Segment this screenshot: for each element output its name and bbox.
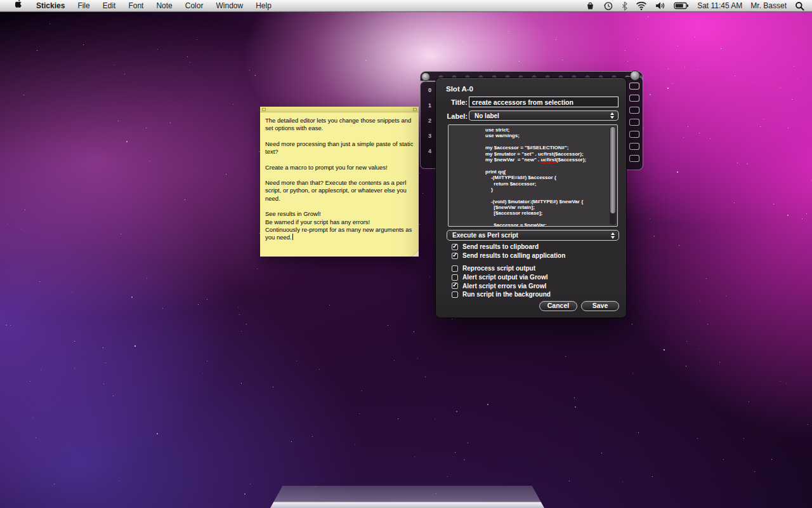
- slot-side-button[interactable]: [629, 119, 639, 126]
- checkbox-row[interactable]: Reprocess script output: [452, 264, 551, 273]
- sticky-paragraph[interactable]: The detailed editor lets you change thos…: [265, 117, 414, 133]
- volume-icon[interactable]: [655, 1, 665, 10]
- star: [49, 23, 50, 24]
- star: [435, 419, 435, 420]
- sticky-close-widget[interactable]: [262, 108, 266, 111]
- menu-file[interactable]: File: [71, 0, 96, 11]
- code-line: -(M#TYPE=id#) $accessor {: [485, 175, 608, 180]
- slot-side-button[interactable]: [629, 95, 639, 102]
- star: [452, 319, 452, 319]
- star: [707, 324, 708, 324]
- star: [556, 39, 556, 40]
- cancel-button[interactable]: Cancel: [539, 301, 577, 311]
- star: [468, 443, 468, 443]
- star: [773, 204, 774, 204]
- star: [695, 37, 695, 37]
- star: [198, 304, 199, 305]
- checkbox-unchecked[interactable]: [452, 265, 458, 272]
- sticky-note-window[interactable]: The detailed editor lets you change thos…: [260, 107, 419, 257]
- battery-icon[interactable]: [674, 2, 689, 10]
- menu-edit[interactable]: Edit: [96, 0, 122, 11]
- wifi-icon[interactable]: [636, 1, 647, 10]
- sticky-note-titlebar[interactable]: [260, 107, 419, 112]
- save-button[interactable]: Save: [581, 301, 619, 311]
- star: [241, 331, 242, 331]
- star: [734, 203, 735, 203]
- spotlight-icon[interactable]: [795, 1, 804, 11]
- slots-window-left-knob[interactable]: [421, 72, 430, 81]
- star: [124, 74, 125, 74]
- slot-editor-dialog: Slot A-0 Title: Label: No label use stri…: [435, 77, 627, 318]
- star: [780, 88, 781, 88]
- checkbox-label: Run script in the background: [462, 291, 551, 298]
- menu-note[interactable]: Note: [150, 0, 178, 11]
- star: [643, 128, 644, 128]
- checkbox-row[interactable]: Send results to calling application: [452, 251, 565, 260]
- star: [37, 50, 37, 51]
- checkbox-row[interactable]: Send results to clipboard: [452, 243, 565, 251]
- checkbox-checked[interactable]: [452, 283, 458, 289]
- bluetooth-icon[interactable]: [622, 1, 627, 11]
- star: [21, 229, 22, 229]
- sticky-resize-corner[interactable]: [412, 250, 419, 257]
- checkbox-row[interactable]: Run script in the background: [452, 290, 551, 299]
- script-editor[interactable]: use strict;use warnings; my $accessor = …: [448, 124, 618, 227]
- checkbox-checked[interactable]: [452, 253, 458, 259]
- menu-window[interactable]: Window: [209, 0, 249, 11]
- checkbox-unchecked[interactable]: [452, 274, 458, 281]
- slots-window-right-knob[interactable]: [630, 70, 640, 81]
- sticky-paragraph[interactable]: See results in Growl! Be warned if your …: [265, 210, 414, 242]
- slot-side-button[interactable]: [629, 107, 639, 114]
- star: [296, 361, 297, 361]
- user-switch-menu[interactable]: Mr. Basset: [750, 1, 787, 10]
- slot-row-number: 0: [421, 87, 435, 102]
- sticky-note-text[interactable]: The detailed editor lets you change thos…: [260, 112, 419, 246]
- sticky-zoom-widget[interactable]: [413, 108, 417, 111]
- star: [362, 391, 362, 391]
- slot-side-button[interactable]: [629, 131, 639, 138]
- label-popup-value: No label: [475, 112, 499, 119]
- star: [312, 436, 313, 437]
- sticky-paragraph[interactable]: Need more than that? Execute the content…: [265, 179, 414, 203]
- execute-as-popup[interactable]: Execute as Perl script: [447, 230, 619, 241]
- star: [764, 119, 764, 119]
- script-scrollbar-thumb[interactable]: [610, 127, 615, 213]
- apple-menu[interactable]: [9, 0, 30, 12]
- checkbox-row[interactable]: Alert script output via Growl: [452, 273, 551, 282]
- checkbox-checked[interactable]: [452, 244, 458, 250]
- star: [147, 278, 147, 279]
- menu-bar-clock[interactable]: Sat 11:45 AM: [697, 1, 742, 10]
- star: [114, 65, 115, 65]
- star: [456, 411, 457, 412]
- star: [688, 126, 688, 127]
- star: [118, 121, 119, 121]
- star: [233, 104, 233, 105]
- menu-font[interactable]: Font: [122, 0, 150, 11]
- star: [638, 39, 638, 39]
- app-menu-stickies[interactable]: Stickies: [30, 0, 71, 11]
- star: [388, 325, 388, 326]
- star: [202, 373, 203, 374]
- checkbox-unchecked[interactable]: [452, 291, 458, 298]
- menu-color[interactable]: Color: [179, 0, 210, 11]
- script-code[interactable]: use strict;use warnings; my $accessor = …: [449, 127, 608, 226]
- time-machine-icon[interactable]: [603, 1, 613, 11]
- menu-help[interactable]: Help: [249, 0, 278, 11]
- label-popup[interactable]: No label: [469, 110, 619, 121]
- checkbox-label: Alert script errors via Growl: [462, 283, 546, 290]
- bucket-icon[interactable]: [586, 1, 595, 11]
- sticky-paragraph[interactable]: Create a macro to prompt you for new val…: [265, 164, 414, 171]
- star: [747, 163, 748, 164]
- slot-row-number: 2: [421, 117, 435, 133]
- checkbox-row[interactable]: Alert script errors via Growl: [452, 281, 551, 290]
- title-input[interactable]: [469, 97, 619, 107]
- star: [508, 31, 509, 32]
- sticky-paragraph[interactable]: Need more processing than just a simple …: [265, 140, 414, 156]
- star: [787, 215, 789, 216]
- star: [653, 236, 655, 237]
- slot-side-button[interactable]: [629, 143, 639, 150]
- slot-side-button[interactable]: [629, 155, 639, 162]
- script-scrollbar[interactable]: [610, 126, 616, 225]
- slot-side-button[interactable]: [629, 83, 639, 90]
- code-line: }: [485, 187, 608, 192]
